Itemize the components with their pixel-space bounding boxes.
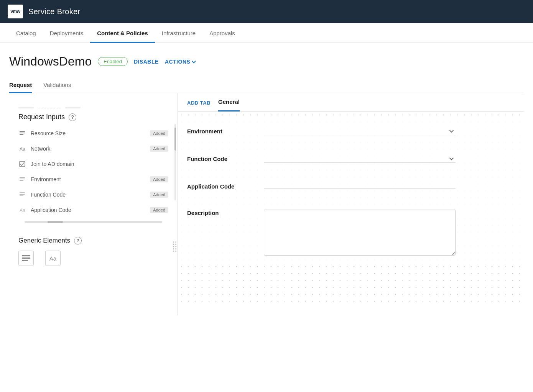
section-title-text: Request Inputs	[18, 113, 65, 121]
title-row: WindowsDemo Enabled DISABLE ACTIONS	[9, 54, 524, 69]
added-badge-network: Added	[150, 146, 168, 152]
list-icon-3	[18, 191, 26, 198]
actions-label: ACTIONS	[165, 59, 191, 65]
added-badge-application-code: Added	[150, 207, 168, 213]
page-title: WindowsDemo	[9, 54, 92, 69]
svg-text:Aa: Aa	[20, 208, 25, 213]
nav-approvals[interactable]: Approvals	[202, 25, 242, 43]
status-badge: Enabled	[98, 57, 128, 66]
add-tab-button[interactable]: ADD TAB	[187, 95, 211, 111]
help-icon[interactable]: ?	[69, 113, 76, 121]
dropdown-chevron-icon-2	[449, 156, 454, 160]
ge-title-text: Generic Elements	[18, 237, 70, 244]
item-label-join-ad: Join to AD domain	[31, 161, 168, 167]
svg-rect-9	[20, 194, 25, 195]
svg-rect-5	[20, 177, 25, 178]
tab-general[interactable]: General	[218, 93, 240, 112]
text-icon-2: Aa	[18, 206, 26, 214]
added-badge-resource-size: Added	[150, 130, 168, 136]
svg-rect-1	[20, 133, 25, 133]
partial-item: · · · · · · · ·	[9, 102, 178, 113]
top-header: vmw Service Broker	[0, 0, 533, 23]
svg-rect-14	[22, 260, 28, 261]
disable-button[interactable]: DISABLE	[134, 59, 159, 65]
svg-rect-13	[22, 258, 30, 259]
description-textarea[interactable]	[264, 210, 456, 256]
item-label-network: Network	[31, 146, 145, 152]
request-inputs-title: Request Inputs ?	[9, 113, 178, 121]
list-icon	[18, 130, 26, 137]
item-label-application-code: Application Code	[31, 207, 145, 213]
field-label-environment: Environment	[187, 128, 264, 134]
list-icon-2	[18, 175, 26, 183]
svg-rect-10	[20, 195, 23, 196]
function-code-dropdown[interactable]	[264, 155, 456, 163]
ge-icons-row: Aa	[18, 251, 168, 266]
ge-help-icon[interactable]: ?	[74, 237, 82, 244]
list-item[interactable]: Join to AD domain	[9, 156, 178, 172]
form-row-description: Description	[178, 202, 524, 264]
svg-rect-0	[20, 131, 25, 132]
form-row-application-code: Application Code	[178, 174, 524, 199]
item-label-resource-size: Resource Size	[31, 130, 145, 136]
nav-infrastructure[interactable]: Infrastructure	[155, 25, 202, 43]
svg-rect-7	[20, 180, 23, 181]
vmw-logo: vmw	[8, 5, 23, 18]
item-label-environment: Environment	[31, 176, 145, 182]
item-label-function-code: Function Code	[31, 192, 145, 198]
svg-rect-2	[20, 134, 23, 135]
svg-text:Aa: Aa	[20, 146, 25, 152]
checkbox-icon	[18, 160, 26, 168]
generic-elements-title: Generic Elements ?	[18, 237, 168, 244]
form-row-function-code: Function Code	[178, 147, 524, 171]
chevron-down-icon	[192, 59, 196, 63]
vert-scroll-thumb	[174, 128, 176, 151]
actions-button[interactable]: ACTIONS	[165, 59, 195, 65]
added-badge-environment: Added	[150, 176, 168, 182]
scroll-thumb	[48, 221, 63, 223]
list-item[interactable]: Resource Size Added	[9, 126, 178, 141]
application-code-input[interactable]	[264, 184, 456, 189]
svg-rect-12	[22, 255, 30, 256]
nav-deployments[interactable]: Deployments	[43, 25, 90, 43]
ge-list-icon[interactable]	[18, 251, 34, 266]
list-item[interactable]: Function Code Added	[9, 187, 178, 202]
form-row-environment: Environment	[178, 119, 524, 144]
nav-content-policies[interactable]: Content & Policies	[90, 25, 155, 43]
right-panel: ADD TAB General Environment	[178, 93, 524, 315]
list-item[interactable]: Aa Application Code Added	[9, 202, 178, 218]
list-item[interactable]: Environment Added	[9, 172, 178, 187]
main-tabs: Request Validations	[9, 78, 524, 93]
dropdown-chevron-icon	[449, 128, 454, 133]
environment-dropdown[interactable]	[264, 127, 456, 135]
field-label-application-code: Application Code	[187, 183, 264, 190]
nav-bar: Catalog Deployments Content & Policies I…	[0, 23, 533, 43]
ge-text-icon-box: Aa	[45, 251, 61, 266]
svg-rect-6	[20, 179, 25, 179]
drag-handle[interactable]	[171, 231, 178, 262]
sub-tabs: ADD TAB General	[178, 93, 524, 112]
ge-text-icon[interactable]: Aa	[45, 251, 61, 266]
added-badge-function-code: Added	[150, 192, 168, 198]
tab-validations[interactable]: Validations	[43, 78, 71, 93]
vertical-scrollbar[interactable]	[174, 124, 176, 200]
nav-catalog[interactable]: Catalog	[9, 25, 43, 43]
generic-elements-section: Generic Elements ? Aa	[9, 229, 178, 274]
field-label-function-code: Function Code	[187, 156, 264, 162]
text-icon: Aa	[18, 145, 26, 153]
form-area: Environment Function Code	[178, 112, 524, 303]
list-item[interactable]: Aa Network Added	[9, 141, 178, 156]
tab-request[interactable]: Request	[9, 78, 32, 93]
field-label-description: Description	[187, 210, 264, 216]
app-title: Service Broker	[28, 7, 80, 16]
svg-rect-8	[20, 192, 25, 193]
left-panel: · · · · · · · · Request Inputs ? Resourc…	[9, 93, 178, 315]
horizontal-scrollbar[interactable]	[25, 221, 162, 223]
ge-list-icon-box	[18, 251, 34, 266]
page-content: WindowsDemo Enabled DISABLE ACTIONS Requ…	[0, 43, 533, 323]
split-layout: · · · · · · · · Request Inputs ? Resourc…	[9, 93, 524, 315]
